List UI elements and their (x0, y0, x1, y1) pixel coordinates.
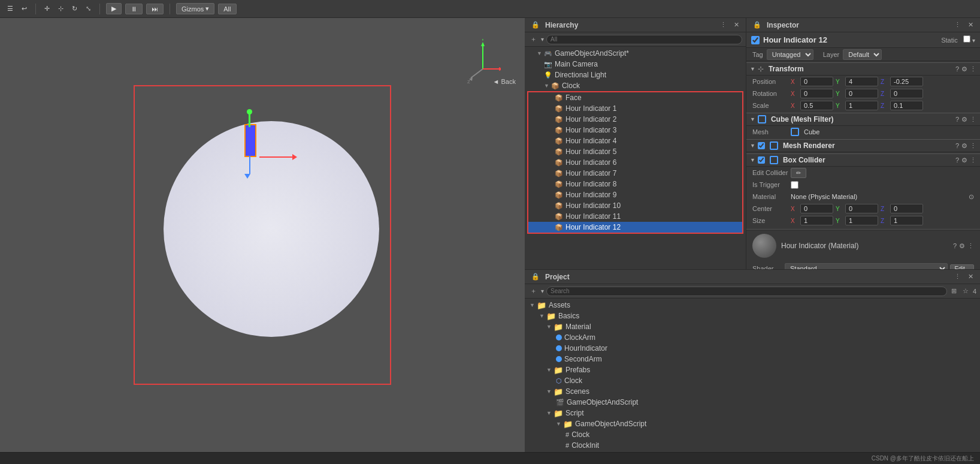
step-btn[interactable]: ⏭ (146, 4, 164, 14)
project-item-prefabs[interactable]: ▼ 📁 Prefabs (525, 364, 980, 375)
mesh-renderer-enable[interactable] (758, 142, 765, 149)
hierarchy-item-hour-2[interactable]: 📦 Hour Indicator 2 (528, 114, 742, 125)
scale-x-input[interactable] (800, 101, 833, 110)
center-z-input[interactable] (890, 204, 923, 213)
project-item-material-folder[interactable]: ▼ 📁 Material (525, 321, 980, 332)
is-trigger-checkbox[interactable] (791, 181, 798, 189)
play-btn[interactable]: ▶ (106, 3, 122, 14)
tag-dropdown[interactable]: Untagged (767, 49, 813, 60)
transform-icon[interactable]: ✛ (42, 4, 52, 14)
mesh-filter-header[interactable]: ▼ Cube (Mesh Filter) ? ⚙ ⋮ (746, 113, 980, 126)
undo-icon[interactable]: ↩ (19, 4, 29, 14)
red-x-arrow[interactable] (259, 154, 297, 160)
mesh-renderer-header[interactable]: ▼ Mesh Renderer ? ⚙ ⋮ (746, 139, 980, 152)
box-collider-help-icon[interactable]: ? (955, 156, 959, 164)
size-x-input[interactable] (800, 216, 833, 225)
collider-material-pick-icon[interactable]: ⊙ (969, 193, 974, 201)
pause-btn[interactable]: ⏸ (125, 4, 143, 14)
transform-header[interactable]: ▼ ⊹ Transform ? ⚙ ⋮ (746, 62, 980, 76)
back-button[interactable]: ◄ Back (493, 78, 516, 85)
hierarchy-item-face[interactable]: 📦 Face (528, 92, 742, 103)
mesh-filter-help-icon[interactable]: ? (955, 116, 959, 123)
hierarchy-content[interactable]: ▼ 🎮 GameObjectAndScript* 📷 Main Camera 💡… (525, 47, 746, 269)
project-item-clockinit-script[interactable]: # ClockInit (525, 440, 980, 451)
hierarchy-close-icon[interactable]: ✕ (732, 20, 741, 29)
project-add-icon[interactable]: ＋ (528, 286, 539, 296)
hierarchy-item-gameobject[interactable]: ▼ 🎮 GameObjectAndScript* (525, 48, 746, 59)
obj-enable-checkbox[interactable] (751, 36, 760, 44)
mesh-renderer-more-icon[interactable]: ⋮ (970, 142, 976, 150)
mesh-filter-settings-icon[interactable]: ⚙ (961, 116, 967, 123)
mesh-renderer-settings-icon[interactable]: ⚙ (961, 142, 967, 150)
inspector-close-icon[interactable]: ✕ (966, 20, 975, 29)
project-search[interactable] (546, 287, 947, 296)
scale-z-input[interactable] (890, 101, 923, 110)
project-item-clockarm-mat[interactable]: ClockArm (525, 332, 980, 343)
hierarchy-item-hour-6[interactable]: 📦 Hour Indicator 6 (528, 157, 742, 168)
box-collider-enable[interactable] (758, 156, 765, 164)
hierarchy-item-hour-8[interactable]: 📦 Hour Indicator 8 (528, 179, 742, 189)
hierarchy-add-icon[interactable]: ＋ (528, 34, 539, 44)
material-settings-icon[interactable]: ⚙ (959, 242, 965, 250)
size-z-input[interactable] (890, 216, 923, 225)
hierarchy-item-directional-light[interactable]: 💡 Directional Light (525, 70, 746, 80)
project-view-icon[interactable]: ⊞ (949, 287, 958, 296)
project-item-script[interactable]: ▼ 📁 Script (525, 408, 980, 418)
project-close-icon[interactable]: ✕ (966, 272, 975, 281)
edit-collider-btn[interactable]: ✏ (791, 168, 806, 178)
green-y-handle-top[interactable] (247, 109, 252, 115)
project-lock-icon[interactable]: 🔒 (530, 272, 542, 281)
scale-y-input[interactable] (845, 101, 878, 110)
box-collider-more-icon[interactable]: ⋮ (970, 156, 976, 164)
hierarchy-item-hour-1[interactable]: 📦 Hour Indicator 1 (528, 103, 742, 114)
shader-dropdown[interactable]: Standard (785, 263, 948, 269)
hour-indicator-obj[interactable] (244, 124, 256, 157)
center-x-input[interactable] (800, 204, 833, 213)
menu-icon[interactable]: ☰ (5, 4, 16, 14)
hierarchy-search[interactable] (546, 35, 742, 44)
gizmos-btn[interactable]: Gizmos ▾ (176, 3, 214, 14)
project-item-game-script-folder[interactable]: ▼ 📁 GameObjectAndScript (525, 418, 980, 429)
hierarchy-item-hour-4[interactable]: 📦 Hour Indicator 4 (528, 135, 742, 146)
material-more-icon[interactable]: ⋮ (967, 242, 974, 250)
hierarchy-item-main-camera[interactable]: 📷 Main Camera (525, 59, 746, 70)
hierarchy-item-hour-5[interactable]: 📦 Hour Indicator 5 (528, 146, 742, 157)
box-collider-header[interactable]: ▼ Box Collider ? ⚙ ⋮ (746, 153, 980, 167)
pos-z-input[interactable] (890, 77, 923, 86)
hierarchy-item-hour-9[interactable]: 📦 Hour Indicator 9 (528, 189, 742, 200)
project-item-game-scene[interactable]: 🎬 GameObjectAndScript (525, 397, 980, 408)
blue-z-handle[interactable] (249, 156, 250, 174)
scene-view[interactable]: Y X Z ◄ Back (0, 18, 525, 452)
inspector-menu-icon[interactable]: ⋮ (952, 20, 963, 29)
center-y-input[interactable] (845, 204, 878, 213)
hierarchy-item-hour-11[interactable]: 📦 Hour Indicator 11 (528, 211, 742, 222)
shader-edit-btn[interactable]: Edit... (950, 264, 974, 270)
static-checkbox[interactable] (963, 35, 970, 43)
rotate-icon[interactable]: ↻ (69, 4, 80, 14)
project-item-secondarm-mat[interactable]: SecondArm (525, 354, 980, 364)
inspector-lock-icon[interactable]: 🔒 (751, 20, 763, 29)
hierarchy-item-hour-7[interactable]: 📦 Hour Indicator 7 (528, 168, 742, 179)
all-btn[interactable]: All (218, 4, 236, 14)
material-help-icon[interactable]: ? (953, 242, 957, 250)
transform-help-icon[interactable]: ? (955, 65, 959, 73)
project-item-basics[interactable]: ▼ 📁 Basics (525, 311, 980, 321)
static-checkbox-area[interactable]: ▾ (963, 35, 975, 44)
move-icon[interactable]: ⊹ (56, 4, 66, 14)
transform-settings-icon[interactable]: ⚙ (961, 65, 967, 73)
pos-x-input[interactable] (800, 77, 833, 86)
project-item-hourindicator-mat[interactable]: HourIndicator (525, 343, 980, 354)
scale-icon[interactable]: ⤡ (83, 4, 93, 14)
project-menu-icon[interactable]: ⋮ (952, 272, 963, 281)
project-item-clock-prefab[interactable]: ⬡ Clock (525, 375, 980, 386)
hierarchy-lock-icon[interactable]: 🔒 (530, 20, 542, 29)
hierarchy-menu-icon[interactable]: ⋮ (718, 20, 728, 29)
mesh-renderer-help-icon[interactable]: ? (955, 142, 959, 150)
rot-y-input[interactable] (845, 89, 878, 98)
project-star-icon[interactable]: ☆ (961, 287, 970, 296)
box-collider-settings-icon[interactable]: ⚙ (961, 156, 967, 164)
layer-dropdown[interactable]: Default (843, 49, 882, 60)
size-y-input[interactable] (845, 216, 878, 225)
project-item-scenes[interactable]: ▼ 📁 Scenes (525, 386, 980, 397)
transform-more-icon[interactable]: ⋮ (970, 65, 976, 73)
